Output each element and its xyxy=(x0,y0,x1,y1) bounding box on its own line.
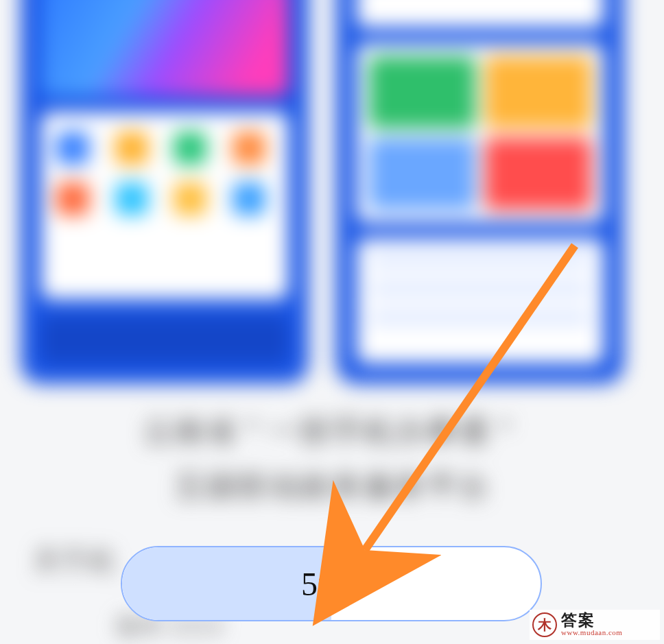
watermark-main-text: 答案 xyxy=(561,612,622,629)
description-line-1: 云南省＂一部手机办事通＂ xyxy=(27,412,637,452)
preview-card-2 xyxy=(336,0,624,384)
card1-bottom-bar xyxy=(41,315,288,363)
card1-icon-grid xyxy=(41,112,288,299)
progress-text: 50% xyxy=(121,546,542,621)
card2-top-bar xyxy=(357,0,604,27)
preview-card-1 xyxy=(21,0,309,384)
card1-banner xyxy=(41,0,288,96)
description-line-2: 五级联动政务服务平台 xyxy=(27,466,637,507)
watermark-sub-text: www.mudaan.com xyxy=(561,629,622,637)
watermark-icon: 木 xyxy=(532,612,557,637)
about-label: 关于此 xyxy=(33,542,115,580)
card2-list xyxy=(357,239,604,363)
watermark: 木 答案 www.mudaan.com xyxy=(530,610,660,640)
preview-cards xyxy=(21,0,624,384)
card2-tile-grid xyxy=(357,44,604,222)
download-progress[interactable]: 50% xyxy=(121,546,542,621)
